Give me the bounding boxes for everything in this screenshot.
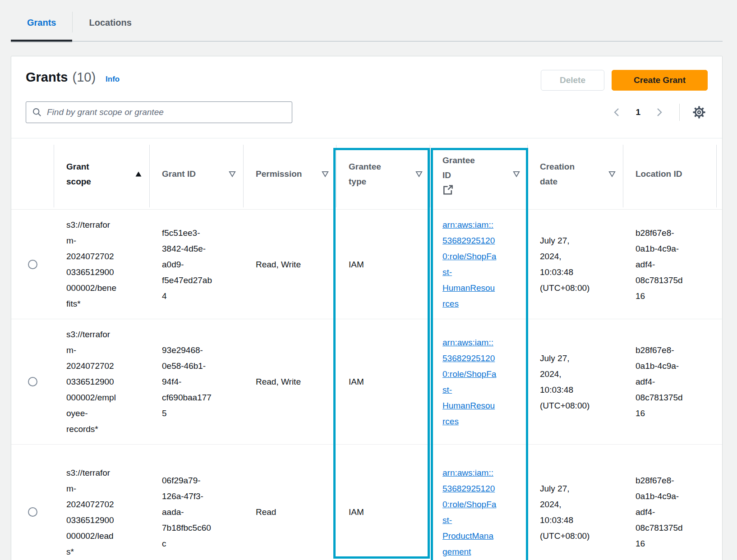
sort-descending-icon bbox=[229, 171, 236, 177]
row-radio-button[interactable] bbox=[28, 507, 37, 517]
table-row: s3://terraform-2024072702033651290000000… bbox=[11, 210, 722, 319]
location-id-cell: b28f67e8-0a1b-4c9a-adf4-08c781375d16 bbox=[623, 342, 723, 421]
settings-button[interactable] bbox=[691, 104, 708, 121]
grants-panel: Grants (10) Info Delete Create Grant bbox=[11, 56, 723, 560]
permission-cell: Read bbox=[243, 504, 336, 520]
grant-scope-cell: s3://terraform-2024072702033651290000000… bbox=[54, 217, 149, 312]
creation-date-cell: July 27, 2024, 10:03:48 (UTC+08:00) bbox=[527, 233, 623, 296]
search-input[interactable] bbox=[26, 101, 292, 123]
current-page: 1 bbox=[636, 107, 640, 117]
pagination-divider bbox=[679, 104, 680, 121]
tab-grants[interactable]: Grants bbox=[11, 10, 72, 41]
creation-date-cell: July 27, 2024, 10:03:48 (UTC+08:00) bbox=[527, 350, 623, 413]
delete-button[interactable]: Delete bbox=[541, 70, 604, 91]
header-cell-creation-date[interactable]: Creation date bbox=[527, 138, 623, 209]
row-radio-button[interactable] bbox=[28, 377, 37, 386]
next-page-button[interactable] bbox=[651, 104, 667, 121]
previous-page-button[interactable] bbox=[609, 104, 625, 121]
permission-cell: Read, Write bbox=[243, 374, 336, 390]
sort-descending-icon bbox=[608, 171, 616, 177]
grant-id-cell: 06f29a79-126a-47f3-aada-7b18fbc5c60c bbox=[149, 473, 243, 551]
search-box bbox=[26, 101, 292, 123]
location-id-cell: b28f67e8-0a1b-4c9a-adf4-08c781375d16 bbox=[623, 473, 723, 551]
grantee-id-header-label: Grantee ID bbox=[442, 153, 480, 195]
create-grant-button[interactable]: Create Grant bbox=[612, 70, 708, 91]
header-cell-grantee-id[interactable]: Grantee ID bbox=[430, 138, 527, 209]
sort-ascending-icon bbox=[135, 171, 142, 177]
header-cell-permission[interactable]: Permission bbox=[243, 138, 336, 209]
tab-locations-label: Locations bbox=[89, 18, 131, 28]
grantee-type-header-label: Grantee type bbox=[349, 159, 387, 189]
permission-cell: Read, Write bbox=[243, 257, 336, 272]
external-link-icon bbox=[442, 184, 453, 195]
tabs-bar: Grants Locations bbox=[0, 10, 737, 41]
grantee-id-link[interactable]: arn:aws:iam::536829251200:role/ShopFast-… bbox=[442, 468, 496, 556]
info-link[interactable]: Info bbox=[106, 75, 120, 84]
panel-header: Grants (10) Info Delete Create Grant bbox=[11, 56, 722, 138]
tab-grants-label: Grants bbox=[27, 18, 56, 28]
chevron-right-icon bbox=[654, 106, 664, 118]
creation-date-cell: July 27, 2024, 10:03:48 (UTC+08:00) bbox=[527, 481, 623, 544]
grants-table: Grant scope Grant ID Permission bbox=[11, 138, 722, 560]
grantee-id-cell: arn:aws:iam::536829251200:role/ShopFast-… bbox=[430, 335, 527, 429]
grant-id-cell: 93e29468-0e58-46b1-94f4-cf690baa1775 bbox=[149, 342, 243, 421]
settings-gear-icon bbox=[692, 106, 706, 119]
header-cell-location-id[interactable]: Location ID bbox=[623, 138, 723, 209]
grants-count: (10) bbox=[72, 70, 96, 85]
grant-scope-cell: s3://terraform-2024072702033651290000000… bbox=[54, 326, 149, 437]
tabs-underline-track bbox=[11, 41, 723, 41]
grant-scope-header-label: Grant scope bbox=[66, 159, 104, 189]
header-cell-grant-id[interactable]: Grant ID bbox=[149, 138, 243, 209]
header-cell-grantee-type[interactable]: Grantee type bbox=[336, 138, 430, 209]
sort-descending-icon bbox=[322, 171, 329, 177]
permission-header-label: Permission bbox=[256, 166, 302, 181]
search-icon bbox=[32, 108, 41, 117]
grantee-type-cell: IAM bbox=[336, 257, 430, 272]
header-cell-select bbox=[11, 138, 54, 209]
header-cell-grant-scope[interactable]: Grant scope bbox=[54, 138, 149, 209]
pagination: 1 bbox=[609, 104, 708, 121]
sort-descending-icon bbox=[513, 171, 520, 177]
row-radio-button[interactable] bbox=[28, 260, 37, 269]
tab-locations[interactable]: Locations bbox=[73, 10, 147, 41]
creation-date-header-label: Creation date bbox=[540, 159, 578, 189]
location-id-header-label: Location ID bbox=[636, 166, 682, 181]
table-row: s3://terraform-2024072702033651290000000… bbox=[11, 445, 722, 560]
sort-descending-icon bbox=[415, 171, 423, 177]
table-header-row: Grant scope Grant ID Permission bbox=[11, 138, 722, 210]
grant-scope-cell: s3://terraform-2024072702033651290000000… bbox=[54, 465, 149, 560]
grantee-id-link[interactable]: arn:aws:iam::536829251200:role/ShopFast-… bbox=[442, 338, 496, 426]
grantee-id-link[interactable]: arn:aws:iam::536829251200:role/ShopFast-… bbox=[442, 220, 496, 308]
chevron-left-icon bbox=[612, 106, 622, 118]
grant-id-header-label: Grant ID bbox=[162, 166, 196, 181]
table-row: s3://terraform-2024072702033651290000000… bbox=[11, 319, 722, 445]
location-id-cell: b28f67e8-0a1b-4c9a-adf4-08c781375d16 bbox=[623, 225, 723, 304]
grantee-id-cell: arn:aws:iam::536829251200:role/ShopFast-… bbox=[430, 465, 527, 560]
grantee-id-cell: arn:aws:iam::536829251200:role/ShopFast-… bbox=[430, 217, 527, 312]
grantee-type-cell: IAM bbox=[336, 504, 430, 520]
grantee-type-cell: IAM bbox=[336, 374, 430, 390]
grant-id-cell: f5c51ee3-3842-4d5e-a0d9-f5e47ed27ab4 bbox=[149, 225, 243, 304]
page-title: Grants bbox=[26, 70, 68, 85]
